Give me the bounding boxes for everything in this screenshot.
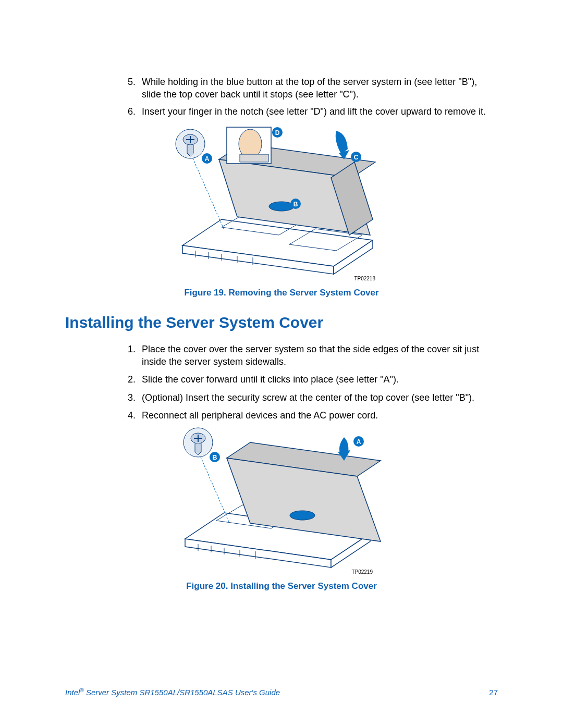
svg-text:D: D (275, 129, 280, 137)
list-number: 6. (128, 105, 142, 118)
figure-image: A D B C TP02218 (175, 123, 388, 281)
install-cover-steps: 1. Place the cover over the server syste… (65, 343, 498, 422)
list-number: 4. (128, 409, 142, 422)
svg-text:A: A (205, 155, 210, 163)
list-text: (Optional) Insert the security screw at … (142, 391, 498, 404)
figure-tag: TP02218 (354, 276, 375, 281)
list-text: Reconnect all peripheral devices and the… (142, 409, 498, 422)
figure-20: B A TP02219 Figure 20. Installing the Se… (65, 427, 498, 591)
list-item: 2. Slide the cover forward until it clic… (128, 373, 498, 386)
figure-19: A D B C TP02218 Figure 19. Removing the … (65, 123, 498, 298)
list-text: Insert your finger in the notch (see let… (142, 105, 498, 118)
remove-cover-steps: 5. While holding in the blue button at t… (65, 76, 498, 118)
list-item: 1. Place the cover over the server syste… (128, 343, 498, 368)
svg-text:C: C (354, 154, 359, 161)
list-number: 1. (128, 343, 142, 368)
list-item: 3. (Optional) Insert the security screw … (128, 391, 498, 404)
list-item: 4. Reconnect all peripheral devices and … (128, 409, 498, 422)
page-footer: Intel® Server System SR1550AL/SR1550ALSA… (65, 687, 498, 697)
svg-line-18 (193, 158, 224, 230)
list-number: 3. (128, 391, 142, 404)
figure-tag: TP02219 (351, 569, 373, 575)
figure-image: B A TP02219 (177, 427, 386, 575)
list-text: Slide the cover forward until it clicks … (142, 373, 498, 386)
footer-title: Intel® Server System SR1550AL/SR1550ALSA… (65, 687, 280, 697)
list-text: While holding in the blue button at the … (142, 76, 498, 101)
figure-caption: Figure 20. Installing the Server System … (65, 581, 498, 591)
svg-text:A: A (357, 438, 361, 446)
svg-point-13 (269, 202, 294, 211)
list-item: 5. While holding in the blue button at t… (128, 76, 498, 101)
list-number: 2. (128, 373, 142, 386)
svg-text:B: B (293, 201, 298, 208)
list-item: 6. Insert your finger in the notch (see … (128, 105, 498, 118)
svg-point-40 (290, 511, 315, 520)
figure-caption: Figure 19. Removing the Server System Co… (65, 288, 498, 298)
svg-text:B: B (213, 454, 217, 461)
list-number: 5. (128, 76, 142, 101)
section-heading: Installing the Server System Cover (65, 314, 498, 331)
page-number: 27 (489, 688, 498, 697)
list-text: Place the cover over the server system s… (142, 343, 498, 368)
